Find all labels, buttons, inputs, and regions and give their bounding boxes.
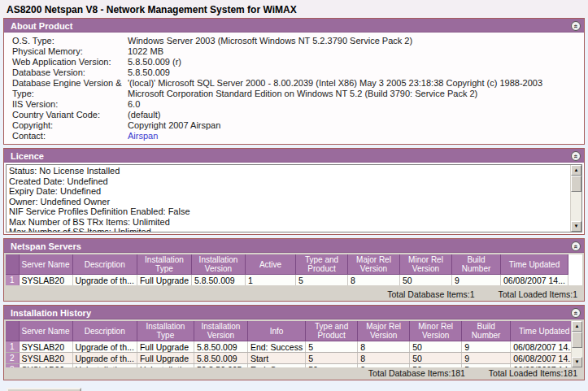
cell: Uninstallation	[72, 364, 137, 368]
field-label: Contact:	[4, 131, 128, 141]
scrollbar-thumb[interactable]	[572, 332, 582, 348]
cell: 8	[348, 275, 400, 286]
field-label: Database Engine Version & Type:	[4, 78, 128, 99]
cell: 9	[462, 341, 511, 353]
about-row-country-variant: Country Variant Code:(default)	[4, 110, 584, 120]
cell: 9	[452, 275, 501, 286]
servers-header-row: Server Name Description Installation Typ…	[6, 254, 568, 275]
about-row-copyright: Copyright:Copyright 2007 Airspan	[4, 120, 584, 131]
licence-line: Max Number of BS TRx Items: Unlimited	[9, 217, 568, 228]
cell: 8	[358, 364, 410, 368]
table-row[interactable]: 1 SYSLAB20 Upgrade of th... Full Upgrade…	[6, 341, 578, 353]
cell: SYSLAB20	[19, 341, 72, 353]
collapse-chevrons-icon[interactable]: «	[571, 241, 581, 251]
column-header: Time Updated	[501, 254, 568, 275]
cell: SYSLAB20	[19, 353, 72, 364]
column-header: Info	[247, 321, 305, 341]
cell: Uninstallation	[137, 364, 194, 368]
about-product-panel: About Product « O.S. Type:Windows Server…	[3, 18, 585, 145]
column-header: Minor Rel Version	[400, 254, 452, 275]
cell: 5	[462, 364, 511, 368]
cell: Full Upgrade	[137, 353, 194, 364]
field-value: Windows Server 2003 (Microsoft Windows N…	[128, 36, 412, 46]
field-value: 1022 MB	[128, 46, 163, 57]
row-number-header	[6, 321, 19, 341]
scrollbar-track[interactable]	[571, 192, 581, 221]
column-header: Build Number	[462, 321, 511, 341]
field-value: 5.8.50.009 (r)	[128, 57, 181, 67]
history-scrollbar[interactable]: ▲ ▼	[571, 321, 582, 367]
field-label: Copyright:	[4, 120, 128, 131]
cell: 06/08/2007 14...	[511, 364, 578, 368]
licence-line: Expiry Date: Undefined	[9, 186, 568, 197]
column-header: Build Number	[452, 254, 501, 275]
db-engine-line-2: Microsoft Corporation Standard Edition o…	[128, 89, 542, 99]
footer-bar: Reload	[0, 384, 588, 391]
cell: 5.8.50.009	[194, 353, 247, 364]
cell: Upgrade of th...	[72, 341, 137, 353]
collapse-chevrons-icon[interactable]: «	[571, 151, 581, 161]
history-header-row: Server Name Description Installation Typ…	[6, 321, 578, 341]
scroll-up-icon[interactable]: ▲	[572, 321, 582, 332]
licence-scrollbar[interactable]: ▲ ▼	[570, 165, 581, 232]
table-row[interactable]: 1 SYSLAB20 Upgrade of th... Full Upgrade…	[6, 275, 568, 286]
cell: 50	[410, 364, 462, 368]
about-row-physical-memory: Physical Memory:1022 MB	[4, 46, 584, 57]
cell: End: Success	[247, 364, 305, 368]
table-row[interactable]: 2 SYSLAB20 Upgrade of th... Full Upgrade…	[6, 353, 578, 364]
cell: 5.8.50.009	[192, 275, 246, 286]
db-engine-line-1: '(local)' Microsoft SQL Server 2000 - 8.…	[128, 78, 542, 89]
column-header: Server Name	[19, 254, 72, 275]
column-header: Major Rel Version	[348, 254, 400, 275]
scroll-up-icon[interactable]: ▲	[571, 165, 581, 176]
about-product-content: O.S. Type:Windows Server 2003 (Microsoft…	[4, 33, 584, 144]
licence-line: Status: No License Installed	[9, 166, 568, 176]
reload-button[interactable]: Reload	[7, 388, 81, 391]
cell: 8	[358, 341, 410, 353]
row-number: 1	[6, 275, 19, 286]
scroll-down-icon[interactable]: ▼	[572, 357, 582, 367]
licence-textbox[interactable]: Status: No License Installed Created Dat…	[6, 164, 582, 232]
licence-line: Owner: Undefined Owner	[9, 197, 568, 207]
airspan-contact-link[interactable]: Airspan	[128, 131, 158, 141]
servers-totals: Total Database Items:1 Total Loaded Item…	[6, 289, 582, 299]
about-product-header: About Product «	[4, 19, 584, 33]
cell: 50	[410, 353, 462, 364]
about-row-web-app-version: Web Application Version:5.8.50.009 (r)	[4, 57, 584, 67]
about-product-header-label: About Product	[11, 21, 72, 31]
installation-history-content: Server Name Description Installation Typ…	[4, 319, 584, 380]
field-label: Physical Memory:	[4, 46, 128, 57]
netspan-servers-content: Server Name Description Installation Typ…	[4, 253, 584, 301]
cell: 5	[306, 353, 358, 364]
cell: 1	[246, 275, 296, 286]
cell: 06/08/2007 14...	[511, 341, 578, 353]
collapse-chevrons-icon[interactable]: «	[571, 21, 581, 31]
licence-line: Max Number of SS Items: Unlimited	[9, 227, 568, 232]
column-header: Major Rel Version	[358, 321, 410, 341]
cell: SYSLAB20	[19, 364, 72, 368]
licence-line: NIF Service Profiles Definition Enabled:…	[9, 206, 568, 217]
table-row[interactable]: 3 SYSLAB20 Uninstallation Uninstallation…	[6, 364, 578, 368]
netspan-servers-header: Netspan Servers «	[4, 239, 584, 253]
cell: 5	[306, 341, 358, 353]
column-header: Time Updated	[511, 321, 578, 341]
scrollbar-track[interactable]	[572, 348, 582, 357]
installation-history-panel: Installation History « Server Name Descr…	[3, 305, 585, 380]
total-loaded-items: Total Loaded Items:1	[499, 289, 577, 299]
collapse-chevrons-icon[interactable]: «	[571, 308, 581, 318]
scrollbar-thumb[interactable]	[571, 176, 581, 192]
about-row-os-type: O.S. Type:Windows Server 2003 (Microsoft…	[4, 36, 584, 46]
history-totals: Total Database Items:181 Total Loaded It…	[6, 367, 582, 378]
cell: 9	[462, 353, 511, 364]
cell: 50.8.50.005	[194, 364, 247, 368]
cell: Full Upgrade	[137, 275, 191, 286]
cell: 5.8.50.009	[194, 341, 247, 353]
cell: 06/08/2007 14...	[511, 353, 578, 364]
column-header: Type and Product	[306, 321, 358, 341]
about-row-contact: Contact:Airspan	[4, 131, 584, 141]
licence-panel: Licence « Status: No License Installed C…	[3, 148, 585, 235]
about-row-iis-version: IIS Version:6.0	[4, 99, 584, 110]
field-value: Copyright 2007 Airspan	[128, 120, 220, 131]
licence-content: Status: No License Installed Created Dat…	[4, 163, 584, 234]
scroll-down-icon[interactable]: ▼	[571, 221, 581, 232]
